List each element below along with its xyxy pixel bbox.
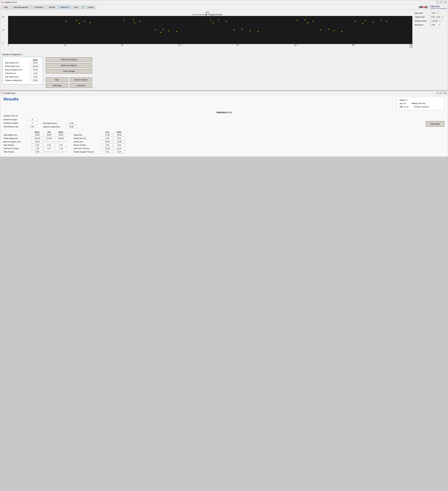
x-tick-176: 176 [236,44,239,46]
footprint-dot [163,29,164,30]
nav-start[interactable]: Start [1,5,10,9]
dimension-row: Dimension: Small Medium Large [415,23,446,26]
delete-first-button[interactable]: Delete first footprint [46,57,92,62]
save-button[interactable]: Save [46,77,68,82]
rt-label-4: Gait Cycle Time (s): [74,147,101,150]
footprint-dot [124,20,124,21]
left-table-row-2: Base of support (cm): 16.00 [3,140,66,143]
lt-left-1: 112.00 [44,137,55,140]
results-title: Results [3,97,19,102]
lt-mean-3: 0.79 [32,144,43,146]
sensor-format-select[interactable]: Losangle Square [430,19,441,22]
main-content: (cm) ▶ Footprints direction 56 28 0 [0,10,448,90]
stat-val-4: 0.60 [30,76,40,78]
lt-left-2 [44,142,55,142]
footprint-dot [210,20,211,21]
footprint-dot [84,21,85,22]
direction-label: ▶ Footprints direction [2,14,412,16]
nav-data-management[interactable]: Data Management [11,5,31,9]
detail-header-area: Results Patient: 6 Age: 35 Walking Aids:… [0,95,448,117]
dimension-select[interactable]: Small Medium Large [430,23,440,26]
maximize-button[interactable]: □ [440,1,443,3]
action-buttons: Delete first footprint Delete last footp… [46,57,92,88]
carpet-color-select[interactable]: Black carpet Gray carpet [430,15,444,19]
footprint-dot [365,20,366,21]
detail-main: Number of steps: 4 Number of strides: 3 … [0,118,448,157]
footprint-dot [250,30,251,31]
total-distance-label: Total Distance (m): [3,126,26,128]
sensor-format-row: Sensor format: Losangle Square [415,19,446,22]
main-window: Λ GaitWell V2.2.0 — □ ✕ Start Data Manag… [0,0,448,90]
nav-connection[interactable]: Connection [31,5,46,9]
rt-right-1: 0.58 [113,137,125,140]
patient-bmi-row: BMI: 21.72 Gender: Feminine [400,105,441,108]
footprint-dot [355,21,355,22]
patient-gender: Gender: Feminine [414,105,429,108]
logo-divider [429,5,429,9]
detail-data-button[interactable]: Detail data [46,83,68,88]
undo-button[interactable]: Undo changes [46,69,92,74]
detail-maximize-button[interactable]: □ [440,92,443,94]
detail-right-table: Left: Right: Swing (%): 37.68 40.00 Swin… [74,131,125,154]
rt-label-3: Stance Time(s): [74,144,101,146]
stat-cadence: Cadence (steps/min): 59.42 [5,79,40,82]
clinician-line: Clinician: Wxz AZ [3,115,445,117]
patient-box: Patient: 6 Age: 35 Walking Aids: No BMI:… [397,97,445,110]
close-button[interactable]: ✕ [444,1,447,3]
patient-bmi: BMI: 21.72 [400,105,409,108]
step-color-select[interactable]: Yellow Red Green Blue [430,11,439,15]
num-strides-label: Number of strides: [3,122,26,124]
lt-label-2: Base of support (cm): [3,141,31,143]
rt-label-1: Swing Time (s): [74,137,101,139]
nav-help[interactable]: Help [71,5,80,9]
detail-title-bar: Λ Detailed Data — □ ✕ [0,91,448,95]
stat-label-1: Stride length (cm): [5,65,30,67]
logo-labbio: lab·bio laboratório de bioengenharia [430,5,447,9]
left-table-row-1: Stride length (cm): 109.33 112.00 104.00 [3,137,66,140]
detail-left-fields: Number of steps: 4 Number of strides: 3 … [3,118,37,128]
lt-right-1: 104.00 [55,137,66,140]
detail-app-title: Detailed Data [4,92,15,94]
footprint-dot [176,31,177,32]
minimize-button[interactable]: — [437,1,439,3]
lt-mean-5: 4.00 [32,151,43,153]
nav-about-us[interactable]: About Us [58,5,71,9]
carpet-color-row: Carpet color: Black carpet Gray carpet [415,15,446,19]
stat-val-3: 4.04 [30,72,40,75]
discard-button[interactable]: Discard analysis [70,77,92,82]
x-tick-88: 88 [121,44,123,46]
stat-label-0: Step length (cm): [5,62,30,64]
right-table-row-5: Double-Support Time (s): 0.31 0.29 [74,151,125,153]
nav-results[interactable]: Results [46,5,58,9]
nav-logout[interactable]: Logout [85,5,96,9]
title-bar: Λ GaitWell V2.2.0 — □ ✕ [0,0,448,4]
footprint-dot [258,31,258,32]
rt-right-3: 0.59 [113,144,125,146]
detail-minimize-button[interactable]: — [437,92,439,94]
stat-val-2: 16.00 [30,68,40,71]
footprint-dot [218,19,219,20]
num-steps-row: Number of steps: 4 [3,118,37,121]
stat-label-5: Cadence (steps/min): [5,79,30,81]
rt-col-left-header: Left: [102,131,113,133]
left-table-row-3: Step Time(s): 0.79 0.87 0.70 [3,144,66,146]
left-table-row-4: Gait Cycle Time(s): 1.53 1.57 1.45 [3,147,66,150]
app-title: GaitWell V2.2.0 [4,1,17,3]
nav-icon-button[interactable]: 🔄 [81,6,84,9]
lt-right-2 [55,142,66,142]
total-distance-val: 2.44 [27,125,37,128]
results-date: 15/02/2019 17:11 [3,111,445,113]
detail-close-button[interactable]: ✕ [444,92,447,94]
x-tick-308: 308 [410,44,412,46]
delete-last-button[interactable]: Delete last footprint [46,63,92,68]
y-tick-56: 56 [2,16,4,18]
print-report-button[interactable]: Print report [426,121,445,127]
rt-label-0: Swing (%): [74,134,101,136]
num-strides-val: 3 [27,122,37,124]
footprint-dot [155,29,156,30]
detail-comments-row: Detail data Comments [46,83,92,88]
footprint-dot [90,22,90,23]
footprint-dot [373,22,374,22]
comments-button[interactable]: Comments [70,83,92,88]
cadence-val: 59.42 [66,125,77,128]
